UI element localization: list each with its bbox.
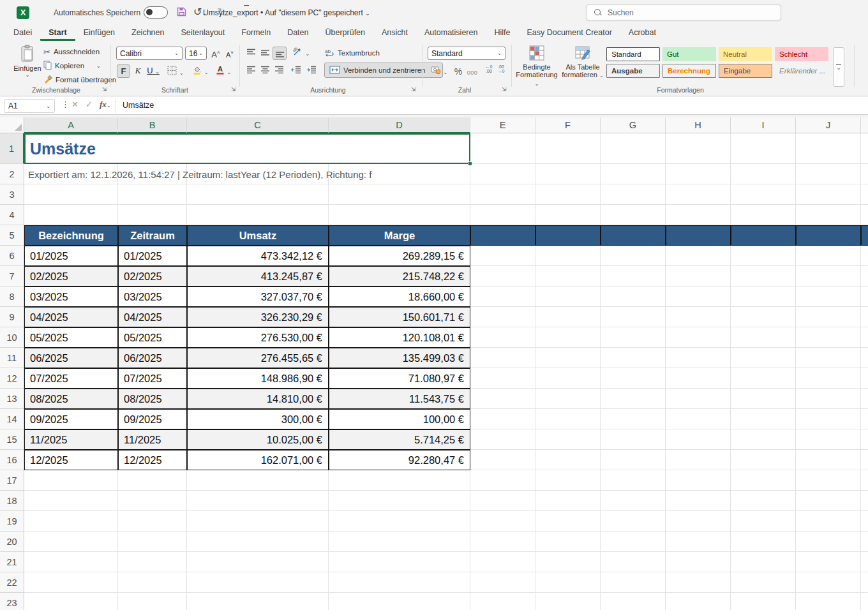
row-header-10[interactable]: 10 (0, 327, 24, 348)
table-cell-A7[interactable]: 02/2025 (24, 266, 118, 286)
cell-J3[interactable] (796, 184, 861, 205)
cell-C17[interactable] (187, 470, 329, 491)
tab-daten[interactable]: Daten (279, 27, 317, 41)
align-bottom-button[interactable] (273, 47, 287, 60)
namebox-menu-icon[interactable]: ⋮ (61, 100, 70, 109)
cell-B19[interactable] (118, 511, 187, 532)
tab--berpr-fen[interactable]: Überprüfen (317, 27, 373, 41)
column-header-d[interactable]: D (329, 117, 470, 133)
cell-D22[interactable] (329, 572, 470, 593)
row-header-6[interactable]: 6 (0, 246, 24, 266)
row-header-1[interactable]: 1 (0, 133, 24, 164)
table-cell-D13[interactable]: 11.543,75 € (329, 389, 470, 409)
bold-button[interactable]: F (117, 64, 130, 78)
cell-H18[interactable] (666, 491, 731, 511)
column-header-e[interactable]: E (470, 117, 535, 133)
cell-K22[interactable] (861, 572, 868, 593)
cell-I10[interactable] (731, 327, 796, 348)
cell-E6[interactable] (470, 246, 535, 266)
cell-A18[interactable] (24, 491, 118, 511)
row-header-8[interactable]: 8 (0, 286, 24, 307)
cell-J1[interactable] (796, 133, 861, 164)
cell-I21[interactable] (731, 552, 796, 572)
cell-D4[interactable] (329, 205, 470, 225)
italic-button[interactable]: K (132, 64, 144, 78)
cell-H1[interactable] (666, 133, 731, 164)
table-cell-D14[interactable]: 100,00 € (329, 409, 470, 429)
column-header-k[interactable]: K (861, 117, 868, 133)
cell-J11[interactable] (796, 348, 861, 368)
insert-function-icon[interactable]: fx⌄ (100, 100, 111, 110)
cell-E14[interactable] (470, 409, 535, 429)
cell-D18[interactable] (329, 491, 470, 511)
cell-C18[interactable] (187, 491, 329, 511)
cell-C22[interactable] (187, 572, 329, 593)
cell-F6[interactable] (535, 246, 601, 266)
cell-H6[interactable] (666, 246, 731, 266)
cell-E10[interactable] (470, 327, 535, 348)
cell-F14[interactable] (535, 409, 601, 429)
cell-H11[interactable] (666, 348, 731, 368)
table-cell-D12[interactable]: 71.080,97 € (329, 368, 470, 389)
cell-G6[interactable] (601, 246, 666, 266)
cell-G17[interactable] (601, 470, 666, 491)
cell-H16[interactable] (666, 450, 731, 470)
cell-K8[interactable] (861, 286, 868, 307)
row-header-3[interactable]: 3 (0, 184, 24, 205)
cell-I18[interactable] (731, 491, 796, 511)
cell-F21[interactable] (535, 552, 601, 572)
cell-J4[interactable] (796, 205, 861, 225)
table-cell-B14[interactable]: 09/2025 (118, 409, 187, 429)
cell-K20[interactable] (861, 532, 868, 552)
format-painter-button[interactable]: Format übertragen (43, 74, 116, 86)
table-cell-D11[interactable]: 135.499,03 € (329, 348, 470, 368)
row-header-16[interactable]: 16 (0, 450, 24, 470)
table-cell-D15[interactable]: 5.714,25 € (329, 429, 470, 450)
cell-J10[interactable] (796, 327, 861, 348)
table-cell-B9[interactable]: 04/2025 (118, 307, 187, 327)
cell-I20[interactable] (731, 532, 796, 552)
cell-F10[interactable] (535, 327, 601, 348)
cell-K1[interactable] (861, 133, 868, 164)
cell-G14[interactable] (601, 409, 666, 429)
formula-content[interactable]: Umsätze (123, 101, 154, 110)
table-cell-C7[interactable]: 413.245,87 € (187, 266, 329, 286)
increase-indent-button[interactable] (304, 65, 318, 78)
cell-A17[interactable] (24, 470, 118, 491)
enter-icon[interactable]: ✓ (86, 100, 93, 109)
table-header-cell-k[interactable] (861, 225, 868, 246)
cell-F4[interactable] (535, 205, 601, 225)
table-cell-C16[interactable]: 162.071,00 € (187, 450, 329, 470)
table-cell-B15[interactable]: 11/2025 (118, 429, 187, 450)
cell-H7[interactable] (666, 266, 731, 286)
tab-einf-gen[interactable]: Einfügen (75, 27, 123, 41)
column-header-a[interactable]: A (24, 117, 118, 133)
cell-E18[interactable] (470, 491, 535, 511)
column-header-j[interactable]: J (796, 117, 861, 133)
cell-G20[interactable] (601, 532, 666, 552)
cell-G23[interactable] (601, 593, 666, 610)
align-left-button[interactable] (244, 65, 257, 78)
table-header-cell-i[interactable] (731, 225, 796, 246)
cell-C20[interactable] (187, 532, 329, 552)
cell-K2[interactable] (861, 164, 868, 184)
table-cell-A6[interactable]: 01/2025 (24, 246, 118, 266)
align-top-button[interactable] (244, 48, 257, 61)
row-header-15[interactable]: 15 (0, 429, 24, 450)
cell-K12[interactable] (861, 368, 868, 389)
autosave-toggle[interactable] (144, 6, 168, 19)
cell-J15[interactable] (796, 429, 861, 450)
cell-F16[interactable] (535, 450, 601, 470)
table-cell-A13[interactable]: 08/2025 (24, 389, 118, 409)
cell-A23[interactable] (24, 593, 118, 610)
font-name-select[interactable]: Calibri⌄ (116, 47, 183, 60)
cell-I11[interactable] (731, 348, 796, 368)
tab-datei[interactable]: Datei (5, 27, 40, 41)
decrease-decimal-button[interactable]: .00→0 (495, 64, 507, 78)
cell-F17[interactable] (535, 470, 601, 491)
row-header-5[interactable]: 5 (0, 225, 24, 246)
tab-start[interactable]: Start (40, 27, 75, 41)
cell-B20[interactable] (118, 532, 187, 552)
cell-E1[interactable] (470, 133, 535, 164)
cell-H13[interactable] (666, 389, 731, 409)
